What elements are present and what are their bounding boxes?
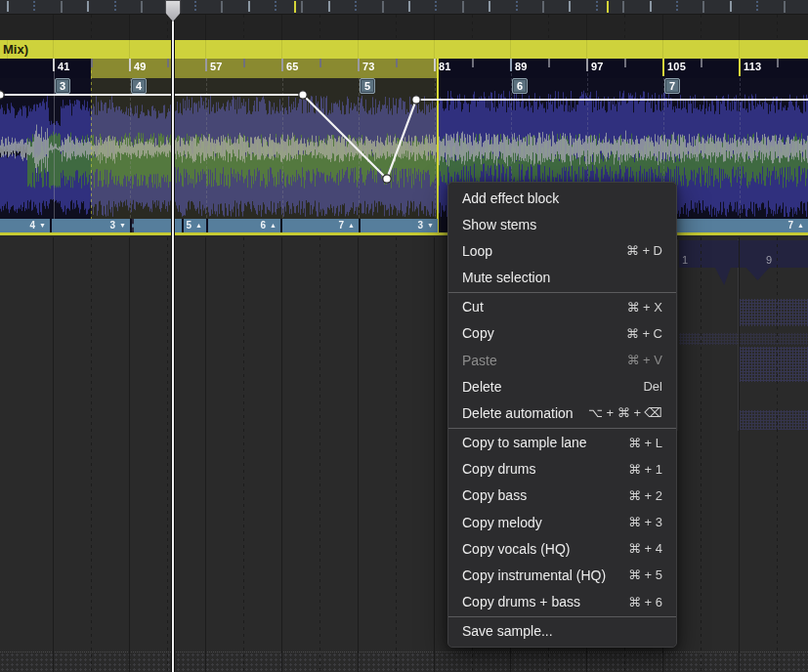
menu-separator bbox=[448, 428, 676, 429]
menu-separator bbox=[448, 292, 676, 293]
overview-tick bbox=[141, 1, 143, 13]
overview-tick bbox=[275, 1, 276, 12]
overview-tick bbox=[676, 1, 678, 12]
menu-item-shortcut: ⌥ + ⌘ + ⌫ bbox=[588, 405, 662, 420]
menu-item[interactable]: Paste⌘ + V bbox=[448, 347, 676, 373]
menu-item[interactable]: Copy to sample lane⌘ + L bbox=[448, 430, 676, 456]
arrangement-upper-lane bbox=[0, 15, 808, 40]
menu-item[interactable]: Loop⌘ + D bbox=[448, 237, 676, 264]
menu-item-label: Delete automation bbox=[462, 405, 574, 421]
grid-line-dotted bbox=[472, 15, 473, 40]
grid-line bbox=[586, 15, 587, 40]
ghost-bar-number: 9 bbox=[766, 254, 772, 266]
bottom-lane-texture bbox=[0, 651, 808, 672]
overview-tick bbox=[702, 1, 704, 13]
grid-line bbox=[358, 237, 359, 672]
grid-line bbox=[205, 237, 206, 672]
menu-item[interactable]: Cut⌘ + X bbox=[448, 294, 676, 320]
phrase-segment[interactable]: 7▲ bbox=[282, 219, 359, 232]
phrase-segment[interactable]: 7▲ bbox=[677, 219, 808, 232]
overview-ruler[interactable] bbox=[0, 0, 808, 15]
menu-item[interactable]: Copy bass⌘ + 2 bbox=[448, 483, 676, 509]
grid-line-dotted bbox=[167, 15, 168, 40]
menu-item-shortcut: Del bbox=[643, 379, 662, 394]
phrase-up-icon: ▲ bbox=[195, 222, 202, 229]
menu-item-shortcut: ⌘ + 6 bbox=[628, 595, 662, 609]
overview-tick bbox=[301, 1, 303, 13]
menu-item-label: Copy drums bbox=[462, 461, 535, 477]
menu-item[interactable]: Copy melody⌘ + 3 bbox=[448, 509, 676, 535]
grid-line bbox=[739, 15, 740, 40]
menu-item[interactable]: DeleteDel bbox=[448, 373, 676, 399]
grid-line bbox=[510, 15, 511, 40]
grid-line-dotted bbox=[777, 15, 778, 40]
menu-item[interactable]: Copy drums⌘ + 1 bbox=[448, 456, 676, 483]
menu-item-label: Mute selection bbox=[462, 270, 550, 285]
menu-item-shortcut: ⌘ + 5 bbox=[628, 567, 662, 582]
menu-item-label: Copy to sample lane bbox=[462, 435, 587, 450]
menu-item[interactable]: Add effect block bbox=[448, 185, 676, 211]
overview-tick bbox=[730, 1, 732, 12]
ghost-block bbox=[739, 299, 808, 326]
menu-item[interactable]: Show stems bbox=[448, 211, 676, 237]
grid-line bbox=[281, 237, 282, 672]
ghost-block bbox=[679, 333, 808, 345]
overview-tick bbox=[756, 1, 758, 12]
overview-tick bbox=[61, 1, 63, 13]
phrase-label: 6 bbox=[261, 220, 267, 231]
overview-tick bbox=[650, 1, 652, 12]
menu-item-label: Delete bbox=[462, 379, 501, 395]
context-menu: Add effect blockShow stemsLoop⌘ + DMute … bbox=[447, 182, 677, 648]
menu-separator bbox=[448, 616, 676, 617]
menu-item[interactable]: Copy instrumental (HQ)⌘ + 5 bbox=[448, 562, 676, 588]
audio-track: 4149576573818997105113 34567 4▼3▼5▲6▲7▲3… bbox=[0, 59, 808, 235]
menu-item[interactable]: Mute selection bbox=[448, 265, 676, 291]
ghost-block bbox=[739, 347, 808, 382]
ghost-lane-border bbox=[677, 239, 678, 431]
menu-item-label: Copy bass bbox=[462, 487, 527, 503]
grid-line bbox=[739, 237, 740, 672]
phrase-segment[interactable]: 5▲ bbox=[184, 219, 206, 232]
lower-lanes-area[interactable]: 19 bbox=[0, 235, 808, 672]
menu-item-label: Copy melody bbox=[462, 515, 542, 530]
menu-item-label: Add effect block bbox=[462, 190, 559, 206]
phrase-segment[interactable]: 3▼ bbox=[52, 219, 130, 232]
ghost-waveform-band[interactable] bbox=[679, 240, 808, 289]
overview-tick bbox=[542, 1, 544, 13]
menu-item[interactable]: Copy⌘ + C bbox=[448, 320, 676, 347]
menu-item-label: Cut bbox=[462, 299, 484, 315]
menu-item[interactable]: Save sample... bbox=[448, 618, 676, 645]
phrase-down-icon: ▼ bbox=[39, 222, 46, 229]
menu-item[interactable]: Delete automation⌥ + ⌘ + ⌫ bbox=[448, 399, 676, 426]
overview-tick bbox=[784, 1, 786, 13]
phrase-segment[interactable]: 4▼ bbox=[0, 219, 50, 232]
overview-cue-tick bbox=[607, 1, 609, 13]
grid-line-dotted bbox=[701, 15, 702, 40]
menu-item[interactable]: Copy vocals (HQ)⌘ + 4 bbox=[448, 535, 676, 562]
phrase-label: 5 bbox=[187, 220, 192, 231]
ghost-bar-number: 1 bbox=[682, 254, 688, 266]
menu-item[interactable]: Copy drums + bass⌘ + 6 bbox=[448, 589, 676, 615]
overview-tick bbox=[596, 1, 598, 12]
grid-line bbox=[129, 237, 130, 672]
ghost-block bbox=[739, 410, 808, 430]
menu-item-shortcut: ⌘ + 2 bbox=[628, 488, 662, 503]
grid-line-dotted bbox=[319, 237, 320, 672]
phrase-up-icon: ▲ bbox=[797, 222, 804, 229]
grid-line-dotted bbox=[396, 15, 397, 40]
menu-item-shortcut: ⌘ + D bbox=[626, 243, 662, 258]
overview-tick bbox=[87, 1, 89, 12]
grid-line bbox=[205, 15, 206, 40]
grid-line-dotted bbox=[777, 237, 778, 672]
phrase-segment[interactable]: 3▼ bbox=[361, 219, 438, 232]
playhead-line[interactable] bbox=[171, 0, 175, 672]
phrase-down-icon: ▼ bbox=[119, 222, 126, 229]
track-title-bar[interactable]: Mix) bbox=[0, 40, 808, 59]
phrase-label: 3 bbox=[418, 220, 424, 231]
daw-screen: Mix) 4149576573818997105113 34567 4▼3▼5▲… bbox=[0, 0, 808, 672]
grid-line-dotted bbox=[701, 237, 702, 672]
overview-tick bbox=[516, 1, 518, 12]
grid-line-dotted bbox=[548, 15, 549, 40]
phrase-segment[interactable]: 6▲ bbox=[208, 219, 280, 232]
menu-item-shortcut: ⌘ + C bbox=[626, 326, 662, 341]
